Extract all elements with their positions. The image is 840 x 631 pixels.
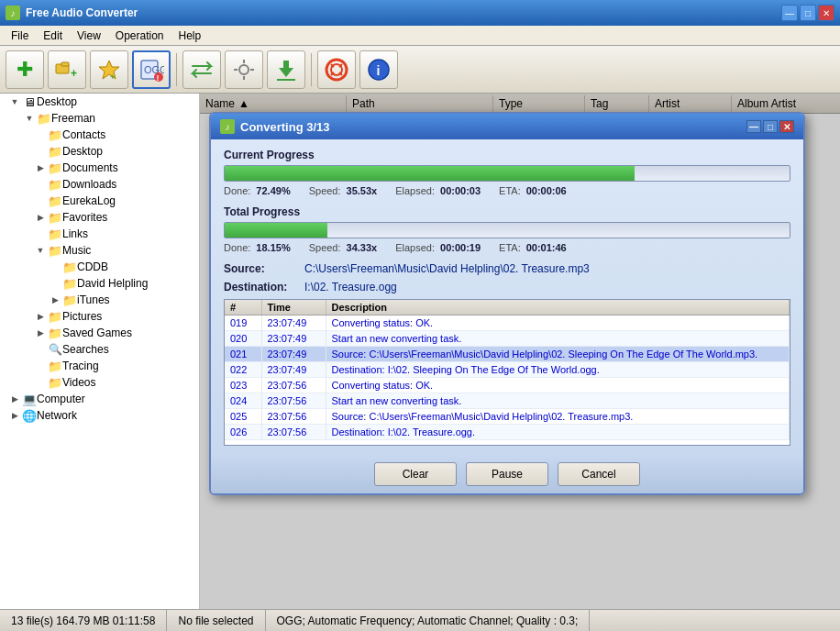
expand-links[interactable]: [33, 227, 48, 241]
maximize-button[interactable]: □: [800, 5, 816, 21]
sidebar-item-eurekalog[interactable]: 📁 EurekaLog: [0, 193, 199, 209]
sidebar-item-contacts[interactable]: 📁 Contacts: [0, 127, 199, 143]
network-icon: 🌐: [22, 408, 37, 423]
expand-music[interactable]: ▼: [33, 243, 48, 258]
add-file-button[interactable]: ✚: [6, 50, 44, 89]
expand-videos[interactable]: [33, 375, 48, 390]
log-row[interactable]: 021 23:07:49 Source: C:\Users\Freeman\Mu…: [225, 347, 790, 362]
svg-text:+: +: [110, 72, 115, 82]
log-col-desc: Description: [326, 300, 790, 316]
log-cell-num: 024: [225, 393, 261, 409]
log-row[interactable]: 022 23:07:49 Destination: I:\02. Sleepin…: [225, 362, 790, 378]
dialog-maximize[interactable]: □: [763, 120, 778, 133]
sidebar-item-videos[interactable]: 📁 Videos: [0, 374, 199, 391]
log-area[interactable]: # Time Description 019 23:07:49 Converti…: [224, 299, 790, 446]
sidebar-item-searches[interactable]: 🔍 Searches: [0, 341, 199, 358]
sidebar-label-searches: Searches: [62, 343, 109, 356]
sidebar-item-saved-games[interactable]: ▶ 📁 Saved Games: [0, 325, 199, 341]
expand-eurekalog[interactable]: [33, 194, 48, 208]
expand-tracing[interactable]: [33, 359, 48, 373]
dialog-controls[interactable]: — □ ✕: [746, 120, 794, 133]
svg-marker-3: [99, 61, 119, 79]
sidebar-item-david-helpling[interactable]: 📁 David Helpling: [0, 275, 199, 292]
log-row[interactable]: 026 23:07:56 Destination: I:\02. Treasur…: [225, 425, 790, 440]
expand-computer[interactable]: ▶: [7, 392, 22, 406]
current-progress-stats: Done: 72.49% Speed: 35.53x Elapsed: 00:0…: [224, 185, 790, 196]
sidebar-item-network[interactable]: ▶ 🌐 Network: [0, 407, 199, 424]
contacts-icon: 📁: [48, 127, 62, 142]
menu-edit[interactable]: Edit: [36, 28, 70, 44]
info-button[interactable]: i: [359, 50, 398, 89]
svg-rect-15: [283, 61, 289, 70]
sidebar-item-cddb[interactable]: 📁 CDDB: [0, 259, 199, 275]
lifebuoy-button[interactable]: [317, 50, 356, 89]
sidebar-item-itunes[interactable]: ▶ 📁 iTunes: [0, 292, 199, 308]
close-button[interactable]: ✕: [818, 5, 834, 21]
menu-view[interactable]: View: [70, 28, 108, 44]
sidebar-label-itunes: iTunes: [77, 293, 110, 306]
sidebar-item-downloads[interactable]: 📁 Downloads: [0, 176, 199, 193]
expand-documents[interactable]: ▶: [33, 161, 48, 175]
log-table: # Time Description 019 23:07:49 Converti…: [225, 300, 790, 440]
sidebar-item-tracing[interactable]: 📁 Tracing: [0, 358, 199, 374]
expand-desktop2[interactable]: [33, 144, 48, 159]
sidebar-label-computer: Computer: [37, 393, 85, 405]
log-cell-time: 23:07:56: [261, 378, 326, 393]
expand-network[interactable]: ▶: [7, 408, 22, 423]
window-controls[interactable]: — □ ✕: [781, 5, 834, 21]
favorites-button[interactable]: +: [90, 50, 128, 89]
expand-searches[interactable]: [33, 342, 48, 357]
expand-cddb[interactable]: [48, 260, 62, 274]
pause-button[interactable]: Pause: [466, 462, 548, 486]
log-row[interactable]: 023 23:07:56 Converting status: OK.: [225, 378, 790, 393]
expand-itunes[interactable]: ▶: [48, 293, 62, 307]
expand-favorites[interactable]: ▶: [33, 210, 48, 225]
expand-david[interactable]: [48, 276, 62, 291]
status-format: OGG; Automatic Frequency; Automatic Chan…: [266, 610, 591, 631]
sidebar-label-contacts: Contacts: [62, 128, 105, 141]
expand-contacts[interactable]: [33, 127, 48, 142]
sidebar-item-desktop2[interactable]: 📁 Desktop: [0, 143, 199, 160]
tools-button[interactable]: [225, 50, 263, 89]
dialog-close[interactable]: ✕: [779, 120, 794, 133]
log-row[interactable]: 024 23:07:56 Start an new converting tas…: [225, 393, 790, 409]
expand-desktop[interactable]: ▼: [7, 94, 22, 109]
minimize-button[interactable]: —: [781, 5, 798, 21]
sidebar-label-music: Music: [62, 244, 91, 257]
expand-freeman[interactable]: ▼: [22, 111, 37, 126]
log-cell-time: 23:07:49: [261, 347, 326, 362]
sidebar-label-desktop: Desktop: [37, 95, 77, 108]
menu-operation[interactable]: Operation: [108, 28, 171, 44]
menu-file[interactable]: File: [4, 28, 36, 44]
expand-savedgames[interactable]: ▶: [33, 326, 48, 340]
sidebar-item-freeman[interactable]: ▼ 📁 Freeman: [0, 110, 199, 127]
convert-button[interactable]: OGG!: [132, 50, 171, 89]
dialog-minimize[interactable]: —: [746, 120, 761, 133]
log-cell-num: 021: [225, 347, 261, 362]
download-button[interactable]: [267, 50, 305, 89]
log-row[interactable]: 025 23:07:56 Source: C:\Users\Freeman\Mu…: [225, 409, 790, 425]
sidebar-item-pictures[interactable]: ▶ 📁 Pictures: [0, 308, 199, 325]
current-progress-bar-bg: [224, 165, 790, 182]
swap-button[interactable]: [182, 50, 221, 89]
log-cell-time: 23:07:56: [261, 425, 326, 440]
menu-help[interactable]: Help: [171, 28, 209, 44]
log-row[interactable]: 019 23:07:49 Converting status: OK.: [225, 316, 790, 331]
videos-icon: 📁: [48, 375, 62, 390]
sidebar-item-links[interactable]: 📁 Links: [0, 226, 199, 242]
sidebar-item-documents[interactable]: ▶ 📁 Documents: [0, 160, 199, 176]
log-row[interactable]: 020 23:07:49 Start an new converting tas…: [225, 331, 790, 347]
david-icon: 📁: [62, 276, 77, 291]
clear-button[interactable]: Clear: [374, 462, 457, 486]
add-folder-button[interactable]: +: [48, 50, 86, 89]
expand-pictures[interactable]: ▶: [33, 309, 48, 324]
menu-bar: File Edit View Operation Help: [0, 26, 840, 46]
sidebar-item-desktop[interactable]: ▼ 🖥 Desktop: [0, 94, 199, 110]
freeman-icon: 📁: [37, 111, 51, 126]
status-files: 13 file(s) 164.79 MB 01:11:58: [7, 610, 167, 631]
sidebar-item-music[interactable]: ▼ 📁 Music: [0, 242, 199, 259]
cancel-button[interactable]: Cancel: [558, 462, 640, 486]
expand-downloads[interactable]: [33, 177, 48, 192]
sidebar-item-favorites[interactable]: ▶ 📁 Favorites: [0, 209, 199, 226]
sidebar-item-computer[interactable]: ▶ 💻 Computer: [0, 391, 199, 407]
